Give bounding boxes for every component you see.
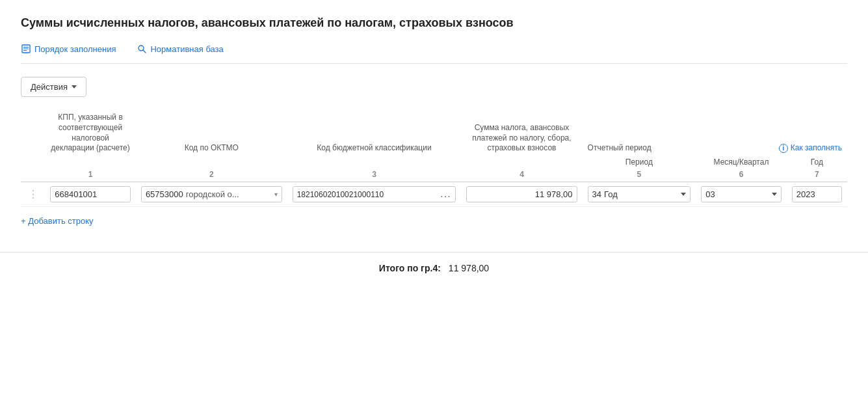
col2-header: Код по ОКТМО: [136, 110, 287, 154]
table-header-sub: Период Месяц/Квартал Год: [21, 155, 847, 169]
table-header-top: КПП, указанный в соответствующей налогов…: [21, 110, 847, 154]
col4-sub: [461, 155, 582, 169]
order-label: Порядок заполнения: [34, 44, 116, 54]
year-input[interactable]: [792, 186, 842, 202]
period-code: 34: [592, 189, 601, 199]
col-drag-num: [21, 169, 45, 182]
how-to-fill-link[interactable]: i Как заполнять: [779, 143, 842, 154]
kbk-expand-button[interactable]: ...: [441, 189, 452, 199]
col1-header: КПП, указанный в соответствующей налогов…: [45, 110, 136, 154]
svg-line-5: [143, 50, 146, 53]
main-table: КПП, указанный в соответствующей налогов…: [21, 110, 847, 207]
sum-cell: [461, 182, 582, 207]
table-header-nums: 1 2 3 4 5 6 7: [21, 169, 847, 182]
col6-header: Месяц/Квартал: [696, 155, 787, 169]
col7-header: Год: [787, 155, 847, 169]
footer-label: Итого по гр.4:: [379, 263, 441, 273]
col3-sub: [287, 155, 462, 169]
actions-label: Действия: [31, 82, 68, 92]
search-icon: [137, 44, 147, 54]
col7-num: 7: [787, 169, 847, 182]
month-cell: 03: [696, 182, 787, 207]
page-title: Суммы исчисленных налогов, авансовых пла…: [21, 16, 847, 31]
kbk-cell: 18210602010021000110 ...: [287, 182, 462, 207]
kpp-input[interactable]: [50, 186, 131, 202]
col4-num: 4: [461, 169, 582, 182]
month-value: 03: [705, 189, 715, 199]
normative-label: Нормативная база: [150, 44, 223, 54]
period-chevron-icon: [681, 193, 686, 196]
period-cell: 34 Год: [583, 182, 696, 207]
month-select[interactable]: 03: [701, 186, 782, 202]
col4-header: Сумма налога, авансовых платежей по нало…: [461, 110, 582, 154]
oktmo-name: городской о...: [186, 189, 272, 199]
links-row: Порядок заполнения Нормативная база: [21, 44, 847, 64]
info-icon: i: [779, 144, 788, 153]
period-select[interactable]: 34 Год: [588, 186, 691, 202]
oktmo-code: 65753000: [146, 189, 183, 199]
reporting-period-header: Отчетный период i Как заполнять: [583, 110, 847, 154]
col2-num: 2: [136, 169, 287, 182]
oktmo-select[interactable]: 65753000 городской о... ▾: [141, 186, 282, 202]
year-cell: [787, 182, 847, 207]
sum-input[interactable]: [466, 186, 577, 202]
col3-num: 3: [287, 169, 462, 182]
normative-link[interactable]: Нормативная база: [137, 44, 223, 54]
order-icon: [21, 44, 31, 54]
chevron-down-icon: [72, 85, 77, 89]
kbk-wrap: 18210602010021000110 ...: [293, 186, 456, 202]
col-drag-header: [21, 110, 45, 154]
oktmo-cell: 65753000 городской о... ▾: [136, 182, 287, 207]
col1-sub: [45, 155, 136, 169]
drag-handle[interactable]: ⋮: [21, 182, 45, 207]
add-row-link[interactable]: + Добавить строку: [21, 216, 94, 226]
col6-num: 6: [696, 169, 787, 182]
col1-num: 1: [45, 169, 136, 182]
oktmo-chevron-icon: ▾: [274, 191, 278, 198]
actions-row: Действия: [21, 77, 847, 97]
period-name: Год: [604, 189, 618, 199]
col2-sub: [136, 155, 287, 169]
col5-num: 5: [583, 169, 696, 182]
month-chevron-icon: [772, 193, 777, 196]
col3-header: Код бюджетной классификации: [287, 110, 462, 154]
col-drag-sub: [21, 155, 45, 169]
footer-value: 11 978,00: [449, 263, 489, 273]
table-row: ⋮ 65753000 городской о... ▾: [21, 182, 847, 207]
table-wrapper: КПП, указанный в соответствующей налогов…: [21, 110, 847, 226]
drag-icon: ⋮: [28, 189, 38, 200]
footer-bar: Итого по гр.4: 11 978,00: [0, 252, 868, 284]
order-link[interactable]: Порядок заполнения: [21, 44, 116, 54]
kbk-code: 18210602010021000110: [297, 190, 438, 199]
add-row-label: + Добавить строку: [21, 216, 94, 226]
actions-button[interactable]: Действия: [21, 77, 86, 97]
kpp-cell: [45, 182, 136, 207]
col5-header: Период: [583, 155, 696, 169]
